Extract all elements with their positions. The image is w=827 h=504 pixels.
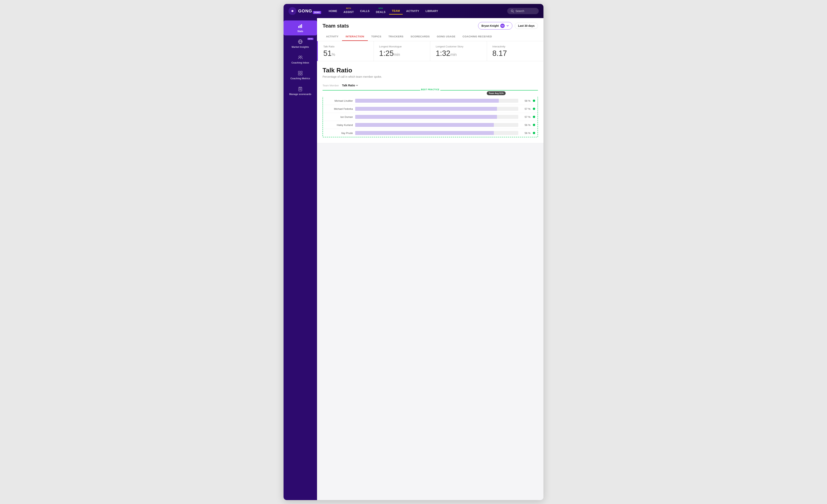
sidebar-item-market-insights[interactable]: BETA Market Insights bbox=[284, 36, 317, 51]
nav-assist-badge: BETA bbox=[346, 7, 351, 9]
chart-x-label: Team Member bbox=[323, 84, 339, 87]
bar-container bbox=[355, 115, 518, 119]
sidebar-label-stats: Stats bbox=[297, 30, 303, 33]
stats-cards: Talk Ratio 51% Longest Monologue 1:25min… bbox=[317, 41, 543, 61]
stat-label-longest-monologue: Longest Monologue bbox=[379, 45, 425, 48]
row-name: Michael Fedorka bbox=[325, 107, 353, 110]
bar-chart-icon bbox=[297, 23, 303, 29]
chart-dashed-container: Michael Lhuillier 58 % Michael Fedorka bbox=[323, 97, 538, 137]
table-row: Ilay Prude 56 % bbox=[323, 129, 538, 137]
stat-card-talk-ratio[interactable]: Talk Ratio 51% bbox=[317, 41, 374, 61]
stat-card-longest-monologue[interactable]: Longest Monologue 1:25min bbox=[374, 41, 430, 61]
svg-rect-4 bbox=[298, 26, 299, 28]
stat-card-longest-customer-story[interactable]: Longest Customer Story 1:32min bbox=[430, 41, 487, 61]
tab-gong-usage[interactable]: GONG USAGE bbox=[433, 33, 459, 41]
row-dot bbox=[533, 116, 535, 118]
team-avg-badge: Team Avg 51% bbox=[487, 91, 506, 95]
nav-library[interactable]: LIBRARY bbox=[423, 8, 441, 14]
sidebar-item-coaching-inbox[interactable]: Coaching Inbox bbox=[284, 52, 317, 67]
section-description: Percentage of call in which team member … bbox=[323, 75, 538, 78]
table-row: Michael Lhuillier 58 % bbox=[323, 97, 538, 105]
team-count: 42 bbox=[500, 23, 505, 28]
row-dot bbox=[533, 108, 535, 110]
tab-coaching-received[interactable]: COACHING RECEIVED bbox=[459, 33, 495, 41]
sidebar-item-coaching-metrics[interactable]: Coaching Metrics bbox=[284, 68, 317, 82]
content-header: Team stats Bryan Knight 42 Last 30 days bbox=[317, 18, 543, 41]
nav-team[interactable]: TEAM bbox=[389, 8, 403, 14]
nav-deals-badge: NEW bbox=[379, 7, 383, 9]
market-insights-badge: BETA bbox=[307, 38, 313, 40]
people-icon bbox=[297, 55, 303, 60]
table-row: Ian Duman 57 % bbox=[323, 113, 538, 121]
demo-badge: DEMO bbox=[313, 11, 321, 14]
gong-logo-icon bbox=[288, 7, 297, 15]
title-row: Team stats Bryan Knight 42 Last 30 days bbox=[323, 22, 538, 30]
table-row: Michael Fedorka 57 % bbox=[323, 105, 538, 113]
title-controls: Bryan Knight 42 Last 30 days bbox=[478, 22, 538, 30]
bar bbox=[355, 107, 497, 111]
main-content: Talk Ratio Percentage of call in which t… bbox=[317, 61, 543, 143]
stat-label-interactivity: Interactivity bbox=[492, 45, 538, 48]
chart-sort-select[interactable]: Talk Ratio bbox=[342, 84, 358, 87]
stat-label-talk-ratio: Talk Ratio bbox=[323, 45, 368, 48]
svg-rect-12 bbox=[298, 71, 300, 73]
tab-trackers[interactable]: TRACKERS bbox=[385, 33, 407, 41]
row-dot bbox=[533, 100, 535, 102]
svg-point-11 bbox=[300, 56, 302, 57]
nav-deals[interactable]: NEW DEALS bbox=[373, 7, 388, 15]
sidebar-item-stats[interactable]: Stats bbox=[284, 20, 317, 36]
content-area: Team stats Bryan Knight 42 Last 30 days bbox=[317, 18, 543, 500]
svg-rect-13 bbox=[301, 71, 302, 73]
sidebar-item-manage-scorecards[interactable]: Manage scorecards bbox=[284, 83, 317, 98]
stat-card-interactivity[interactable]: Interactivity 8.17 bbox=[487, 41, 544, 61]
nav-activity[interactable]: ACTIVITY bbox=[403, 8, 422, 14]
row-value: 57 % bbox=[521, 115, 530, 118]
tab-activity[interactable]: ACTIVITY bbox=[323, 33, 342, 41]
top-nav: GONG DEMO HOME BETA ASSIST CALLS NEW DEA… bbox=[284, 4, 543, 18]
svg-rect-5 bbox=[300, 25, 301, 28]
svg-rect-15 bbox=[301, 73, 302, 75]
nav-items: HOME BETA ASSIST CALLS NEW DEALS TEAM AC… bbox=[326, 7, 506, 15]
bar bbox=[355, 115, 497, 119]
row-value: 56 % bbox=[521, 123, 530, 126]
tab-topics[interactable]: TOPICS bbox=[368, 33, 385, 41]
nav-home[interactable]: HOME bbox=[326, 8, 340, 14]
row-value: 57 % bbox=[521, 107, 530, 110]
chart-controls: Team Member Talk Ratio bbox=[323, 84, 538, 87]
svg-rect-6 bbox=[301, 24, 302, 28]
tab-scorecards[interactable]: SCORECARDS bbox=[407, 33, 433, 41]
row-name: Haley Kurland bbox=[325, 123, 353, 126]
stat-value-longest-customer-story: 1:32min bbox=[436, 50, 481, 57]
bar-container bbox=[355, 123, 518, 127]
sidebar-label-manage-scorecards: Manage scorecards bbox=[289, 93, 311, 96]
bar bbox=[355, 99, 499, 103]
row-name: Michael Lhuillier bbox=[325, 99, 353, 102]
team-avg-row: Team Avg 51% bbox=[323, 91, 538, 97]
nav-assist[interactable]: BETA ASSIST bbox=[341, 7, 356, 15]
chevron-down-icon bbox=[506, 24, 509, 27]
search-icon bbox=[511, 9, 514, 13]
bar-container bbox=[355, 107, 518, 111]
date-range-selector[interactable]: Last 30 days bbox=[515, 22, 538, 29]
app-window: GONG DEMO HOME BETA ASSIST CALLS NEW DEA… bbox=[284, 4, 543, 500]
page-title: Team stats bbox=[323, 23, 349, 29]
search-label: Search bbox=[516, 9, 524, 13]
svg-rect-16 bbox=[299, 87, 302, 91]
stat-value-longest-monologue: 1:25min bbox=[379, 50, 425, 57]
clipboard-icon bbox=[297, 86, 303, 92]
tab-interaction[interactable]: INTERACTION bbox=[342, 33, 368, 41]
table-row: Haley Kurland 56 % bbox=[323, 121, 538, 129]
row-dot bbox=[533, 132, 535, 134]
logo-text: GONG bbox=[298, 8, 312, 13]
nav-calls[interactable]: CALLS bbox=[357, 8, 372, 14]
search-box[interactable]: Search bbox=[507, 8, 539, 14]
stat-value-interactivity: 8.17 bbox=[492, 50, 538, 57]
row-dot bbox=[533, 124, 535, 126]
svg-point-10 bbox=[299, 56, 300, 57]
grid-icon bbox=[297, 70, 303, 76]
row-name: Ian Duman bbox=[325, 115, 353, 118]
row-name: Ilay Prude bbox=[325, 131, 353, 134]
team-selector[interactable]: Bryan Knight 42 bbox=[478, 22, 513, 30]
svg-rect-14 bbox=[298, 73, 300, 75]
tabs: ACTIVITY INTERACTION TOPICS TRACKERS SCO… bbox=[323, 33, 538, 41]
